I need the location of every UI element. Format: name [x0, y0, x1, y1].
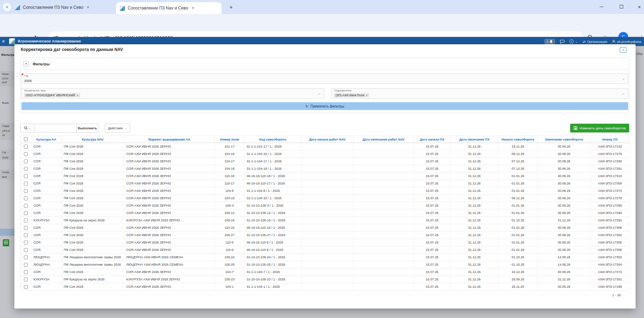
column-header[interactable]: Код севооборота	[244, 136, 301, 143]
row-checkbox[interactable]	[24, 167, 28, 171]
browser-tab-2[interactable]: Сопоставление ПЗ Nav и Сево ×	[116, 2, 222, 14]
year-select[interactable]: Год 2026 ⌄	[21, 73, 628, 84]
user-menu[interactable]: ek.pozdnyakova	[612, 40, 641, 44]
collapse-region-button[interactable]: ▼	[23, 61, 29, 67]
search-input[interactable]	[34, 124, 77, 132]
column-header[interactable]: Дата начала работ NAV	[301, 136, 353, 143]
tab-search-icon[interactable]: ˅	[3, 3, 11, 11]
window-close-button[interactable]: ×	[631, 0, 644, 13]
hamburger-menu-icon[interactable]: ≡	[2, 39, 5, 44]
column-header[interactable]: Вариант выращивания АА	[124, 136, 215, 143]
table-cell: ЛЮЦЕРНА	[31, 254, 62, 261]
row-checkbox-cell[interactable]	[21, 195, 31, 202]
change-rotation-dates-button[interactable]: Изменить даты севооборотов	[570, 124, 629, 132]
column-header[interactable]: Дата начала ПЗ	[414, 136, 451, 143]
select-all-checkbox[interactable]	[24, 137, 28, 141]
row-checkbox[interactable]	[24, 255, 28, 259]
window-maximize-button[interactable]	[613, 0, 630, 13]
column-header[interactable]: Окончание севооборота	[538, 136, 591, 143]
browser-tab-1[interactable]: Сопоставление ПЗ Nav и Сево ×	[11, 1, 114, 13]
table-cell: АХИ-ЗПЗ-17304	[591, 261, 630, 268]
column-header[interactable]: Дата окончания ПЗ	[451, 136, 498, 143]
column-header[interactable]: Дата окончания работ NAV	[353, 136, 414, 143]
tab-close-icon[interactable]: ×	[87, 5, 89, 10]
row-checkbox-cell[interactable]	[21, 173, 31, 180]
table-cell: 31-1-1-104-16 / 1 - 2026	[244, 150, 301, 158]
row-checkbox-cell[interactable]	[21, 158, 31, 165]
table-cell: 07.12.25	[498, 158, 538, 165]
row-checkbox-cell[interactable]	[21, 261, 31, 268]
row-checkbox-cell[interactable]	[21, 276, 31, 283]
row-checkbox-cell[interactable]	[21, 283, 31, 291]
column-header[interactable]: Номер ПЗ	[591, 136, 630, 143]
row-checkbox-cell[interactable]	[21, 217, 31, 224]
bell-icon	[549, 40, 553, 44]
row-checkbox[interactable]	[24, 248, 28, 252]
division-select[interactable]: Подразделение (ЗП) АХИ Ивня Поля × ⌄	[331, 88, 628, 99]
row-checkbox-cell[interactable]	[21, 246, 31, 254]
table-cell: АХИ-ЗПЗ-17281	[591, 165, 630, 173]
row-checkbox[interactable]	[24, 182, 28, 186]
tab-close-icon[interactable]: ×	[192, 6, 194, 11]
table-cell	[353, 224, 414, 232]
row-checkbox-cell[interactable]	[21, 232, 31, 239]
table-cell	[353, 283, 414, 291]
row-checkbox[interactable]	[24, 145, 28, 149]
column-header[interactable]: Начало севооборота	[498, 136, 538, 143]
row-checkbox-cell[interactable]	[21, 202, 31, 209]
row-checkbox-cell[interactable]	[21, 254, 31, 261]
actions-menu-button[interactable]: Действия ⌄	[105, 124, 130, 132]
row-checkbox-cell[interactable]	[21, 165, 31, 173]
row-checkbox-cell[interactable]	[21, 239, 31, 246]
row-checkbox[interactable]	[24, 263, 28, 267]
row-checkbox[interactable]	[24, 278, 28, 281]
organization-switcher[interactable]: ⇄ Организация	[583, 40, 607, 44]
row-checkbox[interactable]	[24, 285, 28, 289]
row-checkbox[interactable]	[24, 241, 28, 245]
notifications-button[interactable]: 0	[544, 39, 555, 44]
table-cell: СОЯ АХИ ИВНЯ 2026 ЗЕРНО	[124, 224, 215, 232]
row-checkbox[interactable]	[24, 219, 28, 222]
table-cell: КУКУРУЗА	[31, 276, 62, 283]
row-checkbox[interactable]	[24, 160, 28, 163]
row-checkbox-cell[interactable]	[21, 268, 31, 276]
row-checkbox[interactable]	[24, 233, 28, 237]
table-cell: 15.07.25	[414, 158, 451, 165]
column-header[interactable]: Номер поля	[215, 136, 244, 143]
table-cell: ЛЮЦЕРНА АХИ ИВНЯ 2026 СЕМЕНА	[124, 254, 215, 261]
table-cell: 31.12.26	[451, 143, 498, 150]
search-dropdown-button[interactable]: ⌄	[20, 124, 34, 132]
go-button[interactable]: Выполнить	[77, 124, 98, 132]
help-menu[interactable]: ? ⌄	[569, 39, 578, 44]
new-tab-button[interactable]: +	[227, 3, 235, 12]
row-checkbox[interactable]	[24, 152, 28, 156]
row-checkbox-cell[interactable]	[21, 150, 31, 158]
table-cell: 104-7	[215, 268, 244, 276]
window-minimize-button[interactable]	[593, 0, 610, 13]
apply-filters-button[interactable]: ↻ Применить фильтры	[21, 102, 628, 110]
row-checkbox[interactable]	[24, 204, 28, 208]
table-cell: ПФ Соя 2026	[62, 232, 124, 239]
select-all-checkbox-cell[interactable]	[21, 136, 31, 143]
column-header[interactable]: Культура АА	[31, 136, 62, 143]
modal-close-button[interactable]: ×	[620, 47, 626, 53]
row-checkbox[interactable]	[24, 226, 28, 230]
row-checkbox[interactable]	[24, 174, 28, 178]
row-checkbox-cell[interactable]	[21, 224, 31, 232]
row-checkbox[interactable]	[24, 196, 28, 200]
chat-icon[interactable]	[560, 40, 565, 44]
table-cell: ПФ Люцерна многолетние травы 2026	[62, 254, 124, 261]
row-checkbox[interactable]	[24, 270, 28, 274]
column-header[interactable]: Культура NAV	[62, 136, 124, 143]
row-checkbox-cell[interactable]	[21, 187, 31, 195]
row-checkbox-cell[interactable]	[21, 180, 31, 187]
table-cell: 31.12.26	[538, 217, 591, 224]
row-checkbox-cell[interactable]	[21, 209, 31, 217]
row-checkbox-cell[interactable]	[21, 143, 31, 150]
legal-entity-select[interactable]: Юридическое лицо ООО АГРОХОЛДИНГ ИВНЯНСК…	[21, 88, 324, 99]
table-cell	[353, 143, 414, 150]
row-checkbox[interactable]	[24, 211, 28, 215]
chip-remove-icon[interactable]: ×	[366, 94, 368, 97]
chip-remove-icon[interactable]: ×	[77, 94, 78, 97]
row-checkbox[interactable]	[24, 189, 28, 193]
